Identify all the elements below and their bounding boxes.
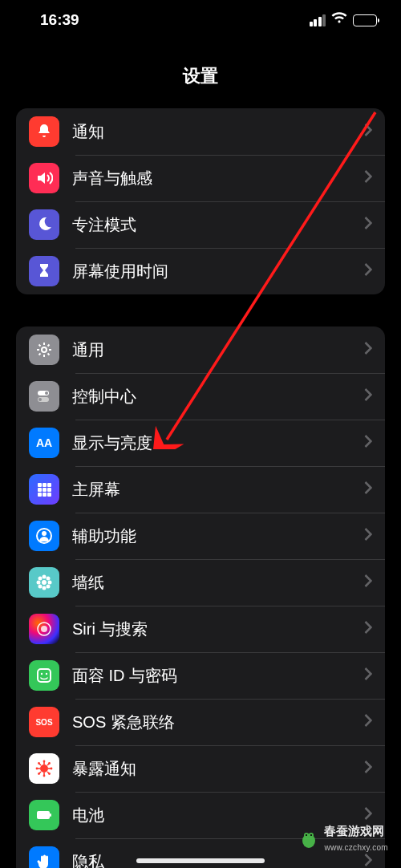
- virus-icon: [29, 753, 59, 784]
- watermark-bug-icon: [298, 829, 319, 850]
- settings-row-label: 通用: [72, 339, 351, 361]
- chevron-right-icon: [364, 621, 372, 637]
- settings-row-focus[interactable]: 专注模式: [16, 201, 385, 248]
- status-time: 16:39: [40, 11, 79, 29]
- settings-group: 通知声音与触感专注模式屏幕使用时间: [16, 108, 385, 294]
- sos-icon: [29, 707, 59, 737]
- chevron-right-icon: [364, 170, 372, 186]
- status-bar: 16:39: [0, 0, 401, 40]
- settings-row-notifications[interactable]: 通知: [16, 108, 385, 155]
- chevron-right-icon: [364, 124, 372, 140]
- settings-row-screentime[interactable]: 屏幕使用时间: [16, 248, 385, 294]
- chevron-right-icon: [364, 342, 372, 358]
- gear-icon: [29, 335, 59, 365]
- chevron-right-icon: [364, 854, 372, 868]
- settings-row-homescreen[interactable]: 主屏幕: [16, 466, 385, 513]
- settings-row-faceid[interactable]: 面容 ID 与密码: [16, 652, 385, 699]
- watermark-sub: www.czchxy.com: [324, 843, 388, 852]
- settings-row-label: 屏幕使用时间: [72, 261, 351, 282]
- watermark-title: 春蚕游戏网: [324, 824, 384, 838]
- speaker-icon: [29, 163, 59, 193]
- settings-row-label: 专注模式: [72, 214, 351, 236]
- settings-row-sounds[interactable]: 声音与触感: [16, 155, 385, 201]
- settings-row-accessibility[interactable]: 辅助功能: [16, 513, 385, 559]
- settings-row-label: 面容 ID 与密码: [72, 665, 351, 687]
- settings-row-wallpaper[interactable]: 墙纸: [16, 559, 385, 606]
- settings-row-label: 辅助功能: [72, 525, 351, 547]
- chevron-right-icon: [364, 574, 372, 590]
- moon-icon: [29, 209, 59, 240]
- aa-icon: [29, 428, 59, 458]
- chevron-right-icon: [364, 714, 372, 730]
- settings-row-label: SOS 紧急联络: [72, 712, 351, 733]
- chevron-right-icon: [364, 807, 372, 823]
- chevron-right-icon: [364, 263, 372, 279]
- settings-row-general[interactable]: 通用: [16, 327, 385, 373]
- grid-icon: [29, 474, 59, 505]
- home-indicator[interactable]: [136, 858, 265, 863]
- settings-row-label: 通知: [72, 121, 351, 143]
- settings-row-display[interactable]: 显示与亮度: [16, 420, 385, 466]
- status-icons: [310, 12, 378, 28]
- chevron-right-icon: [364, 435, 372, 451]
- settings-row-siri[interactable]: Siri 与搜索: [16, 606, 385, 652]
- settings-row-label: Siri 与搜索: [72, 619, 351, 640]
- chevron-right-icon: [364, 761, 372, 777]
- siri-icon: [29, 614, 59, 644]
- cellular-icon: [310, 14, 326, 26]
- svg-point-56: [310, 834, 312, 835]
- settings-row-label: 电池: [72, 805, 351, 826]
- bell-icon: [29, 116, 59, 147]
- settings-row-label: 显示与亮度: [72, 432, 351, 454]
- person-icon: [29, 521, 59, 551]
- chevron-right-icon: [364, 528, 372, 544]
- settings-row-label: 控制中心: [72, 386, 351, 408]
- chevron-right-icon: [364, 388, 372, 404]
- face-icon: [29, 660, 59, 691]
- settings-row-label: 暴露通知: [72, 758, 351, 780]
- chevron-right-icon: [364, 667, 372, 683]
- chevron-right-icon: [364, 481, 372, 497]
- battery-icon: [353, 14, 377, 26]
- settings-group: 通用控制中心显示与亮度主屏幕辅助功能墙纸Siri 与搜索面容 ID 与密码SOS…: [16, 327, 385, 868]
- watermark: 春蚕游戏网 www.czchxy.com: [298, 824, 388, 854]
- hand-icon: [29, 846, 59, 868]
- switches-icon: [29, 381, 59, 412]
- settings-row-sos[interactable]: SOS 紧急联络: [16, 699, 385, 745]
- flower-icon: [29, 567, 59, 598]
- settings-row-exposure[interactable]: 暴露通知: [16, 745, 385, 792]
- settings-row-label: 主屏幕: [72, 479, 351, 501]
- svg-point-55: [306, 834, 307, 835]
- hourglass-icon: [29, 256, 59, 286]
- settings-row-label: 墙纸: [72, 572, 351, 594]
- wifi-icon: [331, 12, 347, 28]
- battery-icon: [29, 800, 59, 830]
- settings-row-label: 声音与触感: [72, 168, 351, 189]
- chevron-right-icon: [364, 217, 372, 233]
- page-title: 设置: [0, 64, 401, 88]
- settings-row-control[interactable]: 控制中心: [16, 373, 385, 420]
